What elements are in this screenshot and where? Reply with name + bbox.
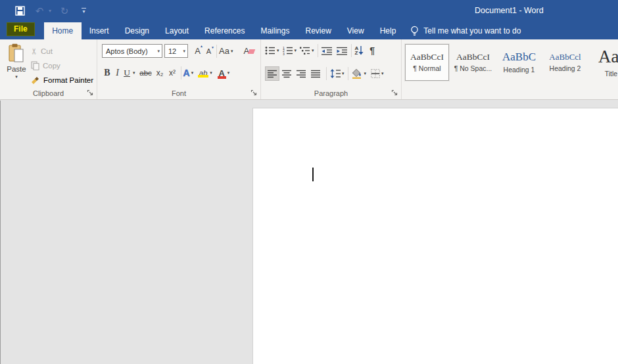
document-area[interactable] bbox=[0, 101, 618, 364]
grow-font-button[interactable]: A ▲ bbox=[192, 46, 203, 56]
decrease-indent-icon bbox=[321, 47, 333, 55]
align-center-button[interactable] bbox=[279, 66, 294, 81]
decrease-indent-button[interactable] bbox=[321, 47, 333, 55]
subscript-button[interactable]: x₂ bbox=[154, 68, 166, 78]
ribbon: Paste ▾ ✂ Cut Copy bbox=[0, 39, 618, 100]
word-window: { "titlebar": { "title": "Document1 - Wo… bbox=[0, 0, 618, 364]
tab-review[interactable]: Review bbox=[297, 22, 339, 39]
align-center-icon bbox=[282, 70, 292, 78]
change-case-button[interactable]: Aa ▾ bbox=[219, 46, 233, 56]
multilevel-list-button[interactable]: ▾ bbox=[300, 46, 314, 55]
bullets-button[interactable]: ▾ bbox=[265, 46, 279, 55]
copy-button[interactable]: Copy bbox=[31, 59, 93, 72]
pilcrow-icon: ¶ bbox=[369, 45, 375, 56]
font-family-dropdown-icon[interactable]: ▾ bbox=[154, 49, 160, 54]
tab-layout[interactable]: Layout bbox=[157, 22, 197, 39]
underline-button[interactable]: U bbox=[122, 68, 131, 78]
justify-icon bbox=[311, 70, 321, 78]
bold-button[interactable]: B bbox=[102, 68, 112, 78]
cut-label: Cut bbox=[41, 47, 53, 55]
redo-icon[interactable]: ↻ bbox=[58, 3, 71, 18]
font-group: Aptos (Body) ▾ 12 ▾ A ▲ A ▼ Aa ▾ A bbox=[97, 39, 261, 99]
copy-icon bbox=[31, 61, 39, 70]
tab-home[interactable]: Home bbox=[44, 22, 82, 39]
svg-text:3: 3 bbox=[283, 52, 285, 56]
multilevel-list-icon bbox=[300, 46, 310, 55]
text-cursor bbox=[312, 168, 314, 181]
paste-button[interactable]: Paste ▾ bbox=[3, 42, 30, 85]
quick-access-toolbar: ↶ ▾ ↻ ▾ bbox=[13, 0, 86, 21]
text-effects-button[interactable]: A ▾ bbox=[183, 68, 194, 78]
document-page[interactable] bbox=[252, 108, 618, 364]
tab-view[interactable]: View bbox=[339, 22, 372, 39]
line-spacing-button[interactable]: ▾ bbox=[330, 69, 345, 78]
text-highlight-button[interactable]: ab ▾ bbox=[198, 69, 212, 77]
bullets-icon bbox=[265, 46, 275, 55]
clipboard-dialog-launcher-icon[interactable] bbox=[87, 89, 94, 97]
increase-indent-icon bbox=[337, 47, 348, 55]
tab-references[interactable]: References bbox=[197, 22, 252, 39]
align-left-button[interactable] bbox=[265, 66, 279, 81]
line-spacing-icon bbox=[330, 69, 341, 78]
save-icon[interactable] bbox=[13, 3, 26, 18]
shading-button[interactable]: ▾ bbox=[352, 69, 367, 79]
show-hide-pilcrow-button[interactable]: ¶ bbox=[369, 45, 375, 56]
style-no-spacing[interactable]: AaBbCcI ¶ No Spac... bbox=[451, 44, 495, 81]
clear-formatting-button[interactable]: A bbox=[243, 46, 249, 56]
italic-button[interactable]: I bbox=[112, 68, 122, 78]
numbering-icon: 1 2 3 bbox=[283, 46, 293, 55]
strikethrough-button[interactable]: abc bbox=[138, 69, 154, 77]
paste-dropdown-icon[interactable]: ▾ bbox=[15, 74, 18, 80]
tell-me-box[interactable]: Tell me what you want to do bbox=[410, 22, 521, 39]
undo-icon[interactable]: ↶ bbox=[33, 3, 46, 18]
borders-button[interactable]: ▾ bbox=[371, 69, 384, 78]
styles-group: AaBbCcI ¶ Normal AaBbCcI ¶ No Spac... Aa… bbox=[402, 39, 618, 99]
undo-dropdown-icon[interactable]: ▾ bbox=[49, 8, 51, 14]
font-color-a-icon: A bbox=[218, 68, 226, 78]
cut-button[interactable]: ✂ Cut bbox=[31, 45, 93, 58]
clipboard-group: Paste ▾ ✂ Cut Copy bbox=[0, 39, 97, 99]
format-painter-label: Format Painter bbox=[43, 76, 93, 84]
eraser-icon bbox=[248, 49, 256, 54]
tab-file[interactable]: File bbox=[7, 22, 35, 36]
increase-indent-button[interactable] bbox=[337, 47, 348, 55]
numbering-button[interactable]: 1 2 3 ▾ bbox=[283, 46, 297, 55]
tell-me-label: Tell me what you want to do bbox=[423, 26, 521, 35]
font-family-combobox[interactable]: Aptos (Body) ▾ bbox=[102, 44, 162, 58]
tab-mailings[interactable]: Mailings bbox=[252, 22, 297, 39]
tab-design[interactable]: Design bbox=[117, 22, 157, 39]
style-normal[interactable]: AaBbCcI ¶ Normal bbox=[405, 44, 449, 81]
paragraph-group: ▾ 1 2 3 ▾ ▾ bbox=[261, 39, 402, 99]
font-size-combobox[interactable]: 12 ▾ bbox=[164, 44, 188, 58]
shrink-font-button[interactable]: A ▼ bbox=[203, 47, 214, 55]
style-title[interactable]: Aal Title bbox=[589, 44, 618, 81]
font-group-label: Font bbox=[97, 89, 260, 97]
underline-dropdown-icon[interactable]: ▾ bbox=[133, 70, 135, 76]
paste-clipboard-icon bbox=[8, 43, 25, 63]
sort-button[interactable]: A Z bbox=[355, 46, 364, 55]
font-dialog-launcher-icon[interactable] bbox=[250, 89, 258, 97]
sort-az-icon: A Z bbox=[355, 46, 364, 55]
style-heading-1[interactable]: AaBbC Heading 1 bbox=[497, 44, 541, 81]
font-size-dropdown-icon[interactable]: ▾ bbox=[180, 49, 185, 54]
format-painter-button[interactable]: Format Painter bbox=[31, 74, 93, 87]
format-painter-icon bbox=[31, 76, 40, 85]
paste-label: Paste bbox=[7, 65, 26, 73]
tab-insert[interactable]: Insert bbox=[82, 22, 117, 39]
align-left-icon bbox=[268, 70, 277, 78]
borders-icon bbox=[371, 69, 380, 78]
superscript-button[interactable]: x² bbox=[166, 68, 179, 78]
align-right-icon bbox=[297, 70, 306, 78]
paint-bucket-icon bbox=[352, 69, 363, 79]
ribbon-tab-row: File Home Insert Design Layout Reference… bbox=[0, 21, 618, 39]
copy-label: Copy bbox=[43, 62, 60, 70]
clipboard-group-label: Clipboard bbox=[0, 89, 97, 97]
customize-qat-icon[interactable]: ▾ bbox=[82, 8, 86, 13]
tab-help[interactable]: Help bbox=[372, 22, 404, 39]
font-color-button[interactable]: A ▾ bbox=[218, 68, 230, 78]
paragraph-dialog-launcher-icon[interactable] bbox=[391, 89, 398, 97]
style-heading-2[interactable]: AaBbCcl Heading 2 bbox=[543, 44, 587, 81]
align-right-button[interactable] bbox=[294, 66, 308, 81]
paragraph-group-label: Paragraph bbox=[261, 89, 401, 97]
justify-button[interactable] bbox=[308, 66, 323, 81]
